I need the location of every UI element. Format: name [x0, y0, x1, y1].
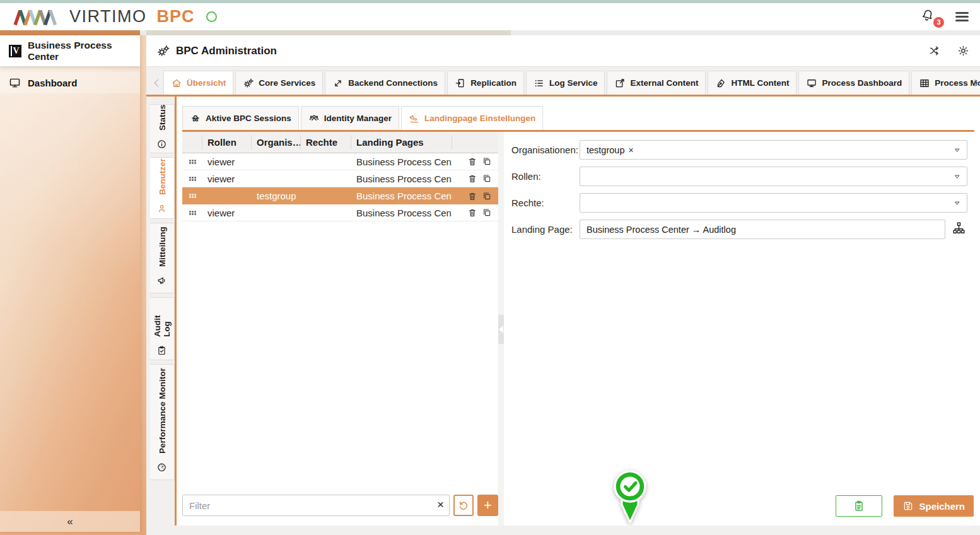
table-row-selected[interactable]: testgroup Business Process Cen…	[182, 187, 498, 204]
admin-header: BPC Administration	[146, 35, 980, 67]
panel-splitter[interactable]	[498, 132, 504, 526]
table-row[interactable]: viewer Business Process Cen…	[182, 204, 498, 221]
tabs-scroll-right-button[interactable]	[970, 71, 979, 95]
plane-landing-icon	[409, 113, 420, 124]
tab-identity-manager[interactable]: Identity Manager	[301, 106, 399, 130]
landing-page-field[interactable]: Business Process Center → Auditlog	[580, 220, 945, 239]
tab-landingpage-einstellungen[interactable]: Landingpage Einstellungen	[401, 106, 543, 130]
save-button-label: Speichern	[919, 501, 965, 512]
column-header-landing-pages[interactable]: Landing Pages	[351, 136, 452, 150]
drag-handle-icon[interactable]	[188, 174, 197, 184]
delete-row-icon[interactable]	[467, 173, 477, 184]
tab-core-services[interactable]: Core Services	[235, 71, 323, 95]
pen-nib-icon	[715, 78, 726, 89]
field-label-organisationen: Organisationen:	[511, 144, 580, 155]
side-tab-label: Benutzer	[158, 158, 167, 195]
side-tab-benutzer[interactable]: Benutzer	[150, 157, 175, 219]
main-menu-button[interactable]	[955, 12, 969, 21]
spy-icon	[190, 113, 201, 124]
rollen-select[interactable]	[580, 167, 967, 186]
copy-row-icon[interactable]	[482, 156, 492, 167]
tab-label: Log Service	[549, 78, 598, 88]
tab-label: External Content	[630, 78, 698, 88]
delete-row-icon[interactable]	[467, 156, 477, 167]
drag-handle-icon[interactable]	[188, 208, 197, 218]
copy-row-icon[interactable]	[482, 191, 492, 201]
copy-row-icon[interactable]	[482, 208, 492, 218]
tab-process-dashboard[interactable]: Process Dashboard	[798, 71, 909, 95]
save-button[interactable]: Speichern	[894, 495, 974, 517]
chevron-right-icon	[970, 77, 980, 89]
drag-handle-icon[interactable]	[188, 191, 197, 201]
diagonal-arrows-icon	[332, 78, 344, 89]
tab-backend-connections[interactable]: Backend Connections	[325, 71, 445, 95]
reset-button[interactable]	[453, 495, 474, 516]
connection-status-icon	[206, 11, 217, 22]
form-footer: Speichern	[836, 495, 974, 517]
sidebar-app-header[interactable]: V Business Process Center	[0, 35, 140, 66]
tab-label: Identity Manager	[324, 114, 392, 123]
delete-row-icon[interactable]	[467, 191, 477, 201]
remove-chip-icon[interactable]: ×	[628, 145, 633, 155]
organisationen-select[interactable]: testgroup ×	[580, 140, 967, 160]
floppy-disk-icon	[902, 500, 914, 512]
filter-input[interactable]	[182, 495, 450, 516]
cell-landing-pages: Business Process Cen…	[351, 208, 452, 218]
splitter-collapse-handle[interactable]	[498, 315, 504, 344]
page-picker-button[interactable]	[952, 221, 966, 238]
add-row-button[interactable]: +	[477, 495, 498, 516]
column-header-organisation[interactable]: Organis…	[252, 136, 301, 150]
chevron-left-icon	[151, 77, 163, 89]
tab-replication[interactable]: Replication	[447, 71, 524, 95]
gears-icon	[243, 78, 254, 89]
table-row[interactable]: viewer Business Process Cen…	[182, 153, 498, 170]
notifications-button[interactable]: 3	[920, 8, 939, 26]
dropdown-arrow-icon[interactable]	[953, 146, 962, 155]
column-header-rechte[interactable]: Rechte	[301, 136, 351, 150]
undo-icon	[458, 500, 469, 511]
notifications-badge: 3	[933, 17, 944, 28]
side-tab-mitteilung[interactable]: Mitteilung	[150, 223, 175, 293]
clipboard-list-icon	[853, 500, 865, 512]
tabs-scroll-left-button[interactable]	[151, 71, 161, 95]
file-arrow-icon	[455, 78, 466, 89]
tab-log-service[interactable]: Log Service	[526, 71, 605, 95]
clear-filter-icon[interactable]: ×	[437, 498, 444, 512]
dropdown-arrow-icon[interactable]	[953, 199, 962, 208]
column-header-rollen[interactable]: Rollen	[202, 136, 252, 150]
shuffle-icon[interactable]	[928, 44, 942, 57]
megaphone-icon	[157, 275, 168, 286]
cell-rollen: viewer	[202, 156, 252, 167]
cell-landing-pages: Business Process Cen…	[351, 173, 452, 184]
gears-icon	[156, 44, 170, 58]
cell-rollen: viewer	[202, 208, 252, 218]
main-content: BPC Administration Übersicht Core Servic…	[146, 35, 980, 535]
copy-row-icon[interactable]	[482, 173, 492, 184]
side-tab-status[interactable]: Status	[150, 104, 175, 153]
external-link-icon	[614, 78, 626, 89]
tab-label: HTML Content	[731, 78, 789, 88]
app-logo-icon: V	[9, 45, 21, 57]
sidebar-item-dashboard[interactable]: Dashboard	[0, 72, 140, 93]
chevron-left-icon	[499, 326, 503, 333]
side-tab-audit-log[interactable]: Audit Log	[150, 297, 175, 360]
tab-label: Übersicht	[187, 78, 226, 88]
settings-gear-icon[interactable]	[957, 44, 970, 57]
clipboard-button[interactable]	[836, 495, 882, 517]
delete-row-icon[interactable]	[467, 208, 477, 218]
rechte-select[interactable]	[580, 193, 967, 213]
side-tab-performance-monitor[interactable]: Performance Monitor	[150, 364, 175, 480]
tab-uebersicht[interactable]: Übersicht	[163, 71, 233, 95]
landing-pages-table: Rollen Organis… Rechte Landing Pages vie…	[182, 132, 498, 526]
drag-handle-icon[interactable]	[188, 157, 197, 167]
horizontal-scrollbar-thumb[interactable]	[146, 30, 511, 35]
cell-organisation: testgroup	[252, 191, 301, 201]
table-filter-bar: × +	[182, 495, 498, 516]
table-row[interactable]: viewer Business Process Cen…	[182, 170, 498, 187]
tab-label: Backend Connections	[348, 78, 438, 88]
dropdown-arrow-icon[interactable]	[953, 172, 962, 181]
tab-external-content[interactable]: External Content	[607, 71, 706, 95]
sidebar-collapse-button[interactable]: «	[0, 511, 140, 532]
tab-html-content[interactable]: HTML Content	[708, 71, 796, 95]
tab-aktive-bpc-sessions[interactable]: Aktive BPC Sessions	[182, 106, 299, 130]
